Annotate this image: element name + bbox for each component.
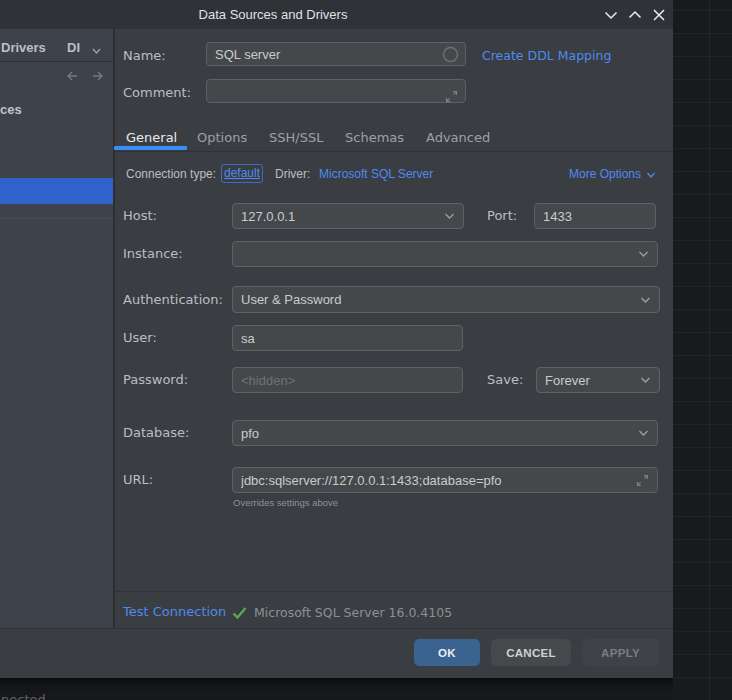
- connection-type-label: Connection type:: [126, 167, 216, 181]
- back-arrow-icon[interactable]: [65, 67, 79, 86]
- chevron-up-icon: [628, 8, 642, 22]
- sidebar-header: Drivers DI: [0, 29, 113, 62]
- tab-schemas[interactable]: Schemas: [345, 130, 404, 145]
- host-label: Host:: [123, 208, 157, 223]
- save-value: Forever: [545, 373, 590, 388]
- name-label: Name:: [123, 48, 166, 63]
- chevron-down-icon: [638, 251, 649, 258]
- data-sources-dialog: Data Sources and Drivers Drivers DI ces: [0, 0, 673, 678]
- chevron-down-icon: [646, 171, 656, 179]
- create-ddl-mapping-link[interactable]: Create DDL Mapping: [482, 48, 611, 63]
- close-icon: [652, 8, 666, 22]
- tabs-separator: [113, 151, 673, 152]
- forward-arrow-icon: [91, 70, 105, 82]
- window-close-button[interactable]: [650, 6, 667, 23]
- chevron-down-icon: [638, 430, 649, 437]
- driver-link[interactable]: Microsoft SQL Server: [319, 167, 433, 181]
- sidebar-header-label[interactable]: Drivers: [1, 40, 46, 55]
- chevron-down-icon: [90, 44, 103, 57]
- test-result-text: Microsoft SQL Server 16.0.4105: [254, 605, 452, 620]
- window-minimize-button[interactable]: [602, 6, 619, 23]
- connection-type-link[interactable]: default: [221, 164, 263, 183]
- url-hint: Overrides settings above: [233, 497, 338, 508]
- expand-icon[interactable]: [636, 472, 649, 491]
- save-label: Save:: [487, 372, 523, 387]
- apply-button[interactable]: APPLY: [582, 639, 659, 666]
- authentication-combobox[interactable]: User & Password: [232, 286, 660, 313]
- more-options-label: More Options: [569, 167, 641, 181]
- host-combobox[interactable]: 127.0.0.1: [232, 203, 464, 229]
- database-combobox[interactable]: pfo: [232, 420, 658, 446]
- database-label: Database:: [123, 425, 189, 440]
- dialog-button-bar: OK CANCEL APPLY: [0, 628, 673, 678]
- test-row-separator: [115, 591, 673, 592]
- url-label: URL:: [123, 472, 153, 487]
- connection-status-ring-icon: [442, 46, 459, 67]
- ring-icon: [442, 46, 459, 63]
- ok-button[interactable]: OK: [414, 639, 480, 666]
- forward-arrow-icon[interactable]: [91, 67, 105, 86]
- tab-options[interactable]: Options: [197, 130, 247, 145]
- tab-general[interactable]: General: [126, 130, 177, 145]
- sidebar-header-dropdown[interactable]: DI: [67, 40, 80, 55]
- expand-icon: [445, 90, 458, 103]
- instance-label: Instance:: [123, 246, 183, 261]
- authentication-label: Authentication:: [123, 292, 223, 307]
- chevron-down-icon: [444, 213, 455, 220]
- chevron-down-icon: [640, 296, 651, 303]
- dialog-titlebar[interactable]: Data Sources and Drivers: [0, 0, 673, 29]
- chevron-down-icon: [604, 8, 618, 22]
- save-combobox[interactable]: Forever: [536, 367, 660, 393]
- dialog-title: Data Sources and Drivers: [199, 7, 348, 22]
- port-input[interactable]: [534, 203, 656, 229]
- user-label: User:: [123, 330, 157, 345]
- ide-editor-grid: [673, 0, 732, 700]
- expand-icon: [636, 474, 649, 487]
- success-check-icon: [232, 605, 247, 624]
- more-options-link[interactable]: More Options: [569, 167, 656, 181]
- url-input[interactable]: [232, 467, 658, 493]
- authentication-value: User & Password: [241, 292, 341, 307]
- active-tab-underline: [114, 146, 187, 150]
- chevron-down-icon: [640, 377, 651, 384]
- check-icon: [232, 606, 247, 620]
- dialog-main-panel: Name: Create DDL Mapping Comment: Genera…: [115, 29, 673, 628]
- status-text-fragment: nected: [1, 692, 46, 700]
- tab-advanced[interactable]: Advanced: [426, 130, 490, 145]
- comment-label: Comment:: [123, 85, 191, 100]
- user-input[interactable]: [232, 325, 463, 351]
- port-label: Port:: [487, 208, 517, 223]
- sidebar-selected-item[interactable]: [0, 178, 113, 204]
- window-maximize-button[interactable]: [626, 6, 643, 23]
- driver-label: Driver:: [275, 167, 310, 181]
- host-value: 127.0.0.1: [241, 209, 295, 224]
- comment-input[interactable]: [206, 79, 466, 103]
- data-sources-sidebar: Drivers DI ces: [0, 29, 113, 628]
- back-arrow-icon: [65, 70, 79, 82]
- chevron-down-icon[interactable]: [90, 42, 103, 61]
- expand-icon[interactable]: [445, 88, 458, 107]
- instance-combobox[interactable]: [232, 241, 658, 267]
- ide-statusbar-area: nected: [0, 678, 673, 700]
- password-input[interactable]: [232, 367, 463, 393]
- sidebar-divider: [0, 218, 113, 219]
- password-label: Password:: [123, 372, 188, 387]
- sidebar-section-label: ces: [0, 102, 22, 117]
- name-input[interactable]: [206, 42, 466, 66]
- test-connection-link[interactable]: Test Connection: [123, 604, 226, 619]
- cancel-button[interactable]: CANCEL: [491, 639, 571, 666]
- database-value: pfo: [241, 426, 259, 441]
- tab-ssh-ssl[interactable]: SSH/SSL: [269, 130, 323, 145]
